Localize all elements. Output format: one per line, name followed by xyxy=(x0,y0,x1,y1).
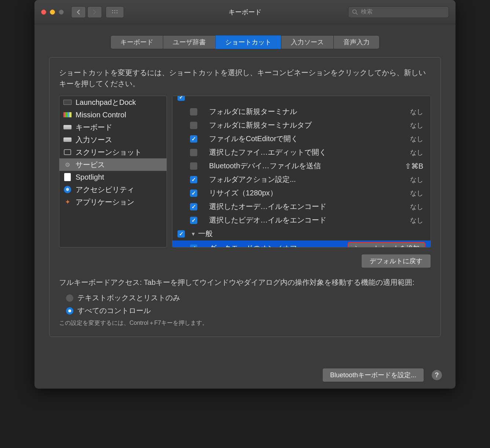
shortcut-row[interactable]: リサイズ（1280px） なし xyxy=(172,186,431,200)
shortcut-row[interactable]: 選択したビデオ…イルをエンコード なし xyxy=(172,213,431,227)
keyboard-icon xyxy=(63,137,72,142)
split-view: LaunchpadとDock Mission Control キーボード 入力ソ… xyxy=(59,96,431,247)
category-launchpad[interactable]: LaunchpadとDock xyxy=(59,96,167,109)
radio-button[interactable] xyxy=(66,294,74,302)
checkbox[interactable] xyxy=(178,96,185,101)
shortcut-label: 選択したファイ…エディットで開く xyxy=(203,147,410,157)
tab-dictation[interactable]: 音声入力 xyxy=(333,35,380,49)
nav-buttons xyxy=(71,6,102,18)
titlebar: キーボード 検索 xyxy=(34,0,456,24)
keyboard-preferences-window: キーボード 検索 キーボード ユーザ辞書 ショートカット 入力ソース 音声入力 … xyxy=(34,0,456,389)
category-label: サービス xyxy=(76,160,105,170)
search-input[interactable]: 検索 xyxy=(348,6,449,18)
mission-control-icon xyxy=(63,112,72,117)
launchpad-icon xyxy=(63,100,72,105)
shortcut-value[interactable]: なし xyxy=(410,121,423,130)
svg-point-0 xyxy=(353,10,356,13)
keyboard-access-radio-group: テキストボックスとリストのみ すべてのコントロール xyxy=(66,293,431,316)
category-services[interactable]: ⚙ サービス xyxy=(59,158,167,171)
checkbox[interactable] xyxy=(190,176,197,183)
category-label: アプリケーション xyxy=(76,197,134,207)
checkbox[interactable] xyxy=(190,203,197,210)
checkbox[interactable] xyxy=(190,135,197,143)
category-app-shortcuts[interactable]: ✦ アプリケーション xyxy=(59,196,167,208)
category-list[interactable]: LaunchpadとDock Mission Control キーボード 入力ソ… xyxy=(59,96,167,247)
checkbox[interactable] xyxy=(190,245,197,247)
shortcut-row[interactable]: フォルダアクション設定... なし xyxy=(172,173,431,186)
search-icon xyxy=(352,9,358,15)
category-keyboard[interactable]: キーボード xyxy=(59,121,167,133)
category-screenshot[interactable]: スクリーンショット xyxy=(59,146,167,158)
radio-button[interactable] xyxy=(66,307,74,315)
disclosure-icon[interactable]: ▼ xyxy=(191,231,196,237)
minimize-button[interactable] xyxy=(50,10,55,15)
traffic-lights xyxy=(41,10,64,15)
forward-button xyxy=(87,6,102,18)
restore-defaults-button[interactable]: デフォルトに戻す xyxy=(361,254,431,268)
category-label: Spotlight xyxy=(76,173,104,181)
category-label: アクセシビリティ xyxy=(76,185,134,195)
instruction-text: ショートカットを変更するには、ショートカットを選択し、キーコンビネーションをクリ… xyxy=(59,67,431,89)
content-area: キーボード ユーザ辞書 ショートカット 入力ソース 音声入力 ショートカットを変… xyxy=(34,24,456,352)
tab-user-dictionary[interactable]: ユーザ辞書 xyxy=(163,35,216,49)
checkbox[interactable] xyxy=(190,162,197,170)
shortcut-value[interactable]: なし xyxy=(410,107,423,116)
checkbox[interactable] xyxy=(190,217,197,224)
radio-label: テキストボックスとリストのみ xyxy=(77,293,180,303)
shortcut-label: ダークモードのオン／オフ xyxy=(203,243,348,248)
category-label: LaunchpadとDock xyxy=(76,98,136,107)
shortcut-row[interactable]: フォルダに新規ターミナル なし xyxy=(172,105,431,118)
checkbox[interactable] xyxy=(190,190,197,197)
group-label: 一般 xyxy=(198,229,213,239)
tab-keyboard[interactable]: キーボード xyxy=(110,35,163,49)
shortcut-row[interactable]: Bluetoothデバイ…ファイルを送信 ⇧⌘B xyxy=(172,159,431,173)
window-title: キーボード xyxy=(228,8,262,16)
category-spotlight[interactable]: Spotlight xyxy=(59,171,167,183)
shortcut-value[interactable]: なし xyxy=(410,175,423,184)
shortcut-row[interactable]: ファイルをCotEditorで開く なし xyxy=(172,132,431,146)
shortcut-row[interactable]: 選択したオーデ…イルをエンコード なし xyxy=(172,200,431,213)
shortcut-label: フォルダに新規ターミナル xyxy=(203,107,410,117)
keyboard-icon xyxy=(63,125,72,129)
shortcut-value[interactable]: なし xyxy=(410,135,423,143)
shortcut-row[interactable]: 選択したファイ…エディットで開く なし xyxy=(172,146,431,159)
checkbox[interactable] xyxy=(178,230,185,238)
category-label: キーボード xyxy=(76,122,112,132)
shortcut-hotkey[interactable]: ⇧⌘B xyxy=(405,162,423,170)
category-input-sources[interactable]: 入力ソース xyxy=(59,133,167,146)
shortcut-row-darkmode[interactable]: ダークモードのオン／オフ ショートカットを追加 xyxy=(172,240,431,247)
add-shortcut-button[interactable]: ショートカットを追加 xyxy=(348,242,425,247)
svg-line-1 xyxy=(356,13,358,15)
shortcut-label: リサイズ（1280px） xyxy=(203,188,410,198)
show-all-button[interactable] xyxy=(106,6,124,18)
shortcut-list[interactable]: フォルダに新規ターミナル なし フォルダに新規ターミナルタブ なし ファイルをC… xyxy=(172,96,431,247)
shortcuts-panel: ショートカットを変更するには、ショートカットを選択し、キーコンビネーションをクリ… xyxy=(49,57,441,337)
gear-icon: ⚙ xyxy=(63,161,72,168)
shortcut-value[interactable]: なし xyxy=(410,216,423,225)
shortcut-label: 選択したオーデ…イルをエンコード xyxy=(203,202,410,212)
checkbox[interactable] xyxy=(190,149,197,156)
bluetooth-setup-button[interactable]: Bluetoothキーボードを設定... xyxy=(322,368,424,382)
shortcut-group-general[interactable]: ▼ 一般 xyxy=(172,227,431,240)
category-label: 入力ソース xyxy=(76,135,112,145)
keyboard-access-note: この設定を変更するには、Control＋F7キーを押します。 xyxy=(59,319,431,327)
category-mission-control[interactable]: Mission Control xyxy=(59,109,167,121)
tab-input-sources[interactable]: 入力ソース xyxy=(281,35,334,49)
spotlight-icon xyxy=(64,173,71,181)
checkbox[interactable] xyxy=(190,122,197,129)
shortcut-value[interactable]: なし xyxy=(410,189,423,198)
checkbox[interactable] xyxy=(190,108,197,115)
full-keyboard-access-text: フルキーボードアクセス: Tabキーを押してウインドウやダイアログ内の操作対象を… xyxy=(59,277,431,288)
radio-text-boxes[interactable]: テキストボックスとリストのみ xyxy=(66,293,431,303)
shortcut-value[interactable]: なし xyxy=(410,202,423,211)
shortcut-value[interactable]: なし xyxy=(410,148,423,157)
close-button[interactable] xyxy=(41,10,46,15)
shortcut-row[interactable] xyxy=(172,96,431,105)
radio-all-controls[interactable]: すべてのコントロール xyxy=(66,306,431,316)
tab-shortcuts[interactable]: ショートカット xyxy=(215,35,281,49)
shortcut-label: フォルダアクション設定... xyxy=(203,175,410,184)
back-button[interactable] xyxy=(71,6,86,18)
category-accessibility[interactable]: ✽ アクセシビリティ xyxy=(59,183,167,196)
shortcut-row[interactable]: フォルダに新規ターミナルタブ なし xyxy=(172,118,431,132)
help-button[interactable]: ? xyxy=(431,370,442,381)
